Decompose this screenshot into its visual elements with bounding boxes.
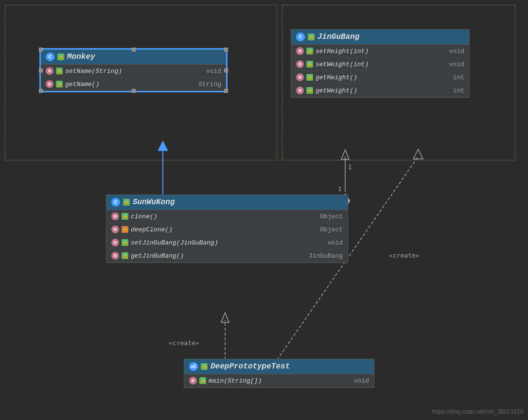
jinguBang-m-icon-2: m	[296, 73, 304, 81]
sunWuKong-m-icon-2: m	[111, 239, 119, 246]
sunWuKong-method-name-2: setJinGuBang(JinGuBang)	[131, 239, 325, 246]
sunWuKong-method-3: m 🔒 getJinGuBang() JinGuBang	[106, 249, 348, 262]
monkey-class-name: Monkey	[67, 52, 95, 61]
deepPrototypeTest-class[interactable]: ↺C 🔒 DeepPrototypeTest m 🔒 main(String[]…	[184, 359, 374, 388]
sunWuKong-method-return-1: Object	[320, 226, 343, 233]
sunWuKong-class-icon: C	[111, 198, 120, 207]
monkey-m-icon-0: m	[46, 67, 53, 75]
svg-marker-1	[158, 141, 168, 151]
monkey-lock-icon: 🔒	[57, 53, 64, 60]
monkey-lock-0: 🔒	[56, 68, 63, 74]
monkey-method-return-0: void	[206, 68, 221, 75]
jinguBang-m-icon-1: m	[296, 60, 304, 68]
sunWuKong-method-2: m 🔒 setJinGuBang(JinGuBang) void	[106, 236, 348, 249]
sunWuKong-method-return-3: JinGuBang	[309, 252, 343, 260]
monkey-class-icon: C	[46, 52, 54, 61]
svg-marker-11	[413, 149, 423, 159]
jinguBang-lock-2: 🔒	[306, 74, 313, 81]
jinguBang-method-3: m 🔒 getWeight() int	[291, 84, 469, 97]
monkey-m-icon-1: m	[46, 80, 53, 88]
sunWuKong-lock-icon: 🔒	[123, 199, 130, 206]
sunWuKong-lock-2: 🔒	[122, 239, 128, 246]
sunWuKong-method-name-1: deepClone()	[131, 226, 317, 233]
sunWuKong-header: C 🔒 SunWuKong	[106, 195, 348, 210]
jinguBang-m-icon-3: m	[296, 87, 304, 94]
jinguBang-lock-3: 🔒	[306, 87, 313, 94]
svg-text:«create»: «create»	[169, 339, 199, 347]
jinguBang-method-return-3: int	[453, 87, 464, 94]
jinguBang-class-icon: C	[296, 33, 305, 41]
jinguBang-lock-1: 🔒	[306, 61, 313, 68]
sunWuKong-lock-1: 🔒	[122, 226, 128, 233]
jinguBang-lock-icon: 🔒	[308, 34, 315, 40]
monkey-method-return-1: String	[198, 81, 221, 88]
svg-text:1: 1	[348, 163, 352, 171]
monkey-class[interactable]: C 🔒 Monkey m 🔒 setName(String) void m 🔒 …	[40, 49, 227, 92]
deepPrototypeTest-lock-0: 🔒	[199, 377, 206, 384]
jinguBang-class-name: JinGuBang	[317, 33, 359, 41]
monkey-header: C 🔒 Monkey	[41, 50, 226, 65]
deepPrototypeTest-method-0: m 🔒 main(String[]) void	[184, 374, 374, 387]
sunWuKong-m-icon-3: m	[111, 252, 119, 260]
sunWuKong-method-0: m 🔒 clone() Object	[106, 210, 348, 223]
diagram-canvas: 1 1 «create» «create» C 🔒 Monkey m	[0, 0, 528, 420]
sunWuKong-class-name: SunWuKong	[133, 198, 175, 207]
deepPrototypeTest-m-icon-0: m	[189, 377, 197, 385]
jinguBang-method-0: m 🔒 setHeight(int) void	[291, 45, 469, 58]
jinguBang-method-name-2: getHeight()	[316, 74, 451, 81]
deepPrototypeTest-lock-icon: 🔒	[201, 363, 208, 370]
jinguBang-class[interactable]: C 🔒 JinGuBang m 🔒 setHeight(int) void m …	[291, 29, 470, 98]
jinguBang-method-2: m 🔒 getHeight() int	[291, 71, 469, 84]
deepPrototypeTest-class-icon: ↺C	[189, 362, 198, 371]
jinguBang-method-name-0: setHeight(int)	[316, 48, 447, 55]
svg-text:1: 1	[338, 185, 342, 192]
sunWuKong-method-return-0: Object	[320, 213, 343, 220]
watermark: https://blog.csdn.net/m0_38013229	[432, 408, 523, 415]
jinguBang-method-return-1: void	[449, 61, 464, 68]
monkey-method-0: m 🔒 setName(String) void	[41, 65, 226, 78]
jinguBang-header: C 🔒 JinGuBang	[291, 30, 469, 45]
sunWuKong-class[interactable]: C 🔒 SunWuKong m 🔒 clone() Object m 🔒 dee…	[106, 194, 348, 263]
deepPrototypeTest-header: ↺C 🔒 DeepPrototypeTest	[184, 359, 374, 374]
jinguBang-lock-0: 🔒	[306, 48, 313, 54]
sunWuKong-lock-3: 🔒	[122, 252, 128, 259]
deepPrototypeTest-class-name: DeepPrototypeTest	[211, 362, 290, 371]
sunWuKong-method-1: m 🔒 deepClone() Object	[106, 223, 348, 236]
monkey-lock-1: 🔒	[56, 81, 63, 88]
monkey-method-name-1: getName()	[65, 81, 196, 88]
jinguBang-method-name-3: getWeight()	[316, 87, 451, 94]
sunWuKong-method-name-0: clone()	[131, 213, 317, 220]
jinguBang-method-return-0: void	[449, 48, 464, 55]
svg-marker-3	[341, 150, 349, 159]
svg-marker-8	[221, 313, 229, 322]
monkey-method-name-0: setName(String)	[65, 68, 204, 75]
jinguBang-method-return-2: int	[453, 74, 464, 81]
jinguBang-m-icon-0: m	[296, 47, 304, 55]
deepPrototypeTest-method-return-0: void	[354, 377, 369, 385]
sunWuKong-method-return-2: void	[328, 239, 343, 246]
sunWuKong-method-name-3: getJinGuBang()	[131, 252, 306, 260]
sunWuKong-m-icon-1: m	[111, 226, 119, 233]
sunWuKong-lock-0: 🔒	[122, 213, 128, 220]
deepPrototypeTest-method-name-0: main(String[])	[209, 377, 352, 385]
jinguBang-method-1: m 🔒 setWeight(int) void	[291, 58, 469, 71]
svg-text:«create»: «create»	[389, 252, 420, 259]
jinguBang-method-name-1: setWeight(int)	[316, 61, 447, 68]
sunWuKong-m-icon-0: m	[111, 212, 119, 220]
